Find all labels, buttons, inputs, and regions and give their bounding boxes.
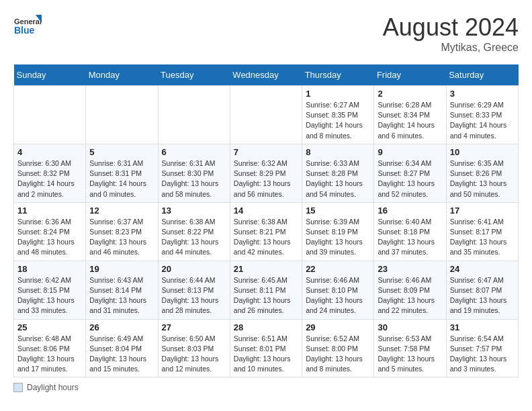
day-number: 6 [162,147,226,157]
day-number: 28 [234,322,298,332]
calendar-week-row: 25Sunrise: 6:48 AMSunset: 8:06 PMDayligh… [14,319,519,377]
day-number: 24 [450,264,515,274]
day-info: Sunrise: 6:29 AMSunset: 8:33 PMDaylight:… [450,100,515,141]
day-number: 27 [162,322,226,332]
calendar-header-row: SundayMondayTuesdayWednesdayThursdayFrid… [14,64,519,86]
calendar-cell: 15Sunrise: 6:39 AMSunset: 8:19 PMDayligh… [302,202,374,261]
calendar-cell: 8Sunrise: 6:33 AMSunset: 8:28 PMDaylight… [302,144,374,202]
day-number: 25 [17,322,82,332]
day-info: Sunrise: 6:46 AMSunset: 8:09 PMDaylight:… [378,275,442,316]
day-number: 19 [89,264,154,274]
calendar-cell: 9Sunrise: 6:34 AMSunset: 8:27 PMDaylight… [374,144,446,202]
calendar-cell: 27Sunrise: 6:50 AMSunset: 8:03 PMDayligh… [158,319,230,377]
day-info: Sunrise: 6:50 AMSunset: 8:03 PMDaylight:… [162,334,226,375]
footer-note: Daylight hours [13,383,519,392]
calendar-cell: 31Sunrise: 6:54 AMSunset: 7:57 PMDayligh… [446,319,518,377]
day-number: 15 [306,205,370,216]
day-number: 12 [89,205,154,216]
day-number: 10 [450,147,515,157]
calendar-cell: 7Sunrise: 6:32 AMSunset: 8:29 PMDaylight… [230,144,302,202]
svg-text:Blue: Blue [14,25,35,36]
calendar-day-header: Tuesday [158,64,230,86]
calendar-cell [158,86,230,144]
day-info: Sunrise: 6:40 AMSunset: 8:18 PMDaylight:… [378,217,442,258]
day-number: 31 [450,322,515,332]
day-info: Sunrise: 6:53 AMSunset: 7:58 PMDaylight:… [378,334,442,375]
day-info: Sunrise: 6:36 AMSunset: 8:24 PMDaylight:… [17,217,82,258]
calendar-week-row: 1Sunrise: 6:27 AMSunset: 8:35 PMDaylight… [14,86,519,144]
day-number: 4 [17,147,82,157]
calendar-week-row: 11Sunrise: 6:36 AMSunset: 8:24 PMDayligh… [14,202,519,261]
day-info: Sunrise: 6:38 AMSunset: 8:22 PMDaylight:… [162,217,226,258]
day-info: Sunrise: 6:44 AMSunset: 8:13 PMDaylight:… [162,275,226,316]
day-info: Sunrise: 6:39 AMSunset: 8:19 PMDaylight:… [306,217,370,258]
day-number: 8 [306,147,370,157]
day-number: 7 [234,147,298,157]
day-info: Sunrise: 6:54 AMSunset: 7:57 PMDaylight:… [450,334,515,375]
calendar-cell: 14Sunrise: 6:38 AMSunset: 8:21 PMDayligh… [230,202,302,261]
day-number: 5 [89,147,154,157]
day-info: Sunrise: 6:52 AMSunset: 8:00 PMDaylight:… [306,334,370,375]
day-number: 22 [306,264,370,274]
calendar-day-header: Monday [86,64,158,86]
day-info: Sunrise: 6:41 AMSunset: 8:17 PMDaylight:… [450,217,515,258]
day-number: 26 [89,322,154,332]
day-number: 16 [378,205,442,216]
calendar-cell: 10Sunrise: 6:35 AMSunset: 8:26 PMDayligh… [446,144,518,202]
day-number: 30 [378,322,442,332]
day-number: 29 [306,322,370,332]
month-title: August 2024 [383,13,519,42]
calendar-cell: 4Sunrise: 6:30 AMSunset: 8:32 PMDaylight… [14,144,86,202]
day-number: 17 [450,205,515,216]
day-info: Sunrise: 6:42 AMSunset: 8:15 PMDaylight:… [17,275,82,316]
day-info: Sunrise: 6:34 AMSunset: 8:27 PMDaylight:… [378,158,442,199]
calendar-cell: 11Sunrise: 6:36 AMSunset: 8:24 PMDayligh… [14,202,86,261]
calendar-cell: 23Sunrise: 6:46 AMSunset: 8:09 PMDayligh… [374,261,446,319]
calendar-cell: 5Sunrise: 6:31 AMSunset: 8:31 PMDaylight… [86,144,158,202]
logo: General Blue [13,13,42,42]
day-info: Sunrise: 6:33 AMSunset: 8:28 PMDaylight:… [306,158,370,199]
day-info: Sunrise: 6:31 AMSunset: 8:31 PMDaylight:… [89,158,154,199]
day-info: Sunrise: 6:38 AMSunset: 8:21 PMDaylight:… [234,217,298,258]
title-block: August 2024 Mytikas, Greece [383,13,519,54]
calendar-cell [230,86,302,144]
day-info: Sunrise: 6:30 AMSunset: 8:32 PMDaylight:… [17,158,82,199]
calendar-cell: 20Sunrise: 6:44 AMSunset: 8:13 PMDayligh… [158,261,230,319]
calendar-cell: 26Sunrise: 6:49 AMSunset: 8:04 PMDayligh… [86,319,158,377]
calendar-cell: 21Sunrise: 6:45 AMSunset: 8:11 PMDayligh… [230,261,302,319]
calendar-day-header: Sunday [14,64,86,86]
day-info: Sunrise: 6:37 AMSunset: 8:23 PMDaylight:… [89,217,154,258]
day-info: Sunrise: 6:32 AMSunset: 8:29 PMDaylight:… [234,158,298,199]
calendar-cell: 3Sunrise: 6:29 AMSunset: 8:33 PMDaylight… [446,86,518,144]
day-info: Sunrise: 6:27 AMSunset: 8:35 PMDaylight:… [306,100,370,141]
calendar-week-row: 4Sunrise: 6:30 AMSunset: 8:32 PMDaylight… [14,144,519,202]
day-info: Sunrise: 6:46 AMSunset: 8:10 PMDaylight:… [306,275,370,316]
location: Mytikas, Greece [383,42,519,54]
day-info: Sunrise: 6:51 AMSunset: 8:01 PMDaylight:… [234,334,298,375]
day-info: Sunrise: 6:31 AMSunset: 8:30 PMDaylight:… [162,158,226,199]
calendar-cell: 25Sunrise: 6:48 AMSunset: 8:06 PMDayligh… [14,319,86,377]
calendar-cell: 13Sunrise: 6:38 AMSunset: 8:22 PMDayligh… [158,202,230,261]
day-number: 13 [162,205,226,216]
daylight-label: Daylight hours [27,383,79,392]
day-info: Sunrise: 6:48 AMSunset: 8:06 PMDaylight:… [17,334,82,375]
calendar-cell: 29Sunrise: 6:52 AMSunset: 8:00 PMDayligh… [302,319,374,377]
day-info: Sunrise: 6:45 AMSunset: 8:11 PMDaylight:… [234,275,298,316]
calendar-cell: 18Sunrise: 6:42 AMSunset: 8:15 PMDayligh… [14,261,86,319]
day-number: 14 [234,205,298,216]
calendar-cell: 2Sunrise: 6:28 AMSunset: 8:34 PMDaylight… [374,86,446,144]
calendar-table: SundayMondayTuesdayWednesdayThursdayFrid… [13,64,519,377]
day-info: Sunrise: 6:28 AMSunset: 8:34 PMDaylight:… [378,100,442,141]
calendar-cell: 30Sunrise: 6:53 AMSunset: 7:58 PMDayligh… [374,319,446,377]
calendar-day-header: Friday [374,64,446,86]
calendar-week-row: 18Sunrise: 6:42 AMSunset: 8:15 PMDayligh… [14,261,519,319]
calendar-cell: 28Sunrise: 6:51 AMSunset: 8:01 PMDayligh… [230,319,302,377]
day-number: 20 [162,264,226,274]
calendar-day-header: Wednesday [230,64,302,86]
day-number: 3 [450,89,515,99]
day-number: 18 [17,264,82,274]
day-info: Sunrise: 6:49 AMSunset: 8:04 PMDaylight:… [89,334,154,375]
calendar-cell [14,86,86,144]
calendar-cell: 22Sunrise: 6:46 AMSunset: 8:10 PMDayligh… [302,261,374,319]
day-number: 1 [306,89,370,99]
